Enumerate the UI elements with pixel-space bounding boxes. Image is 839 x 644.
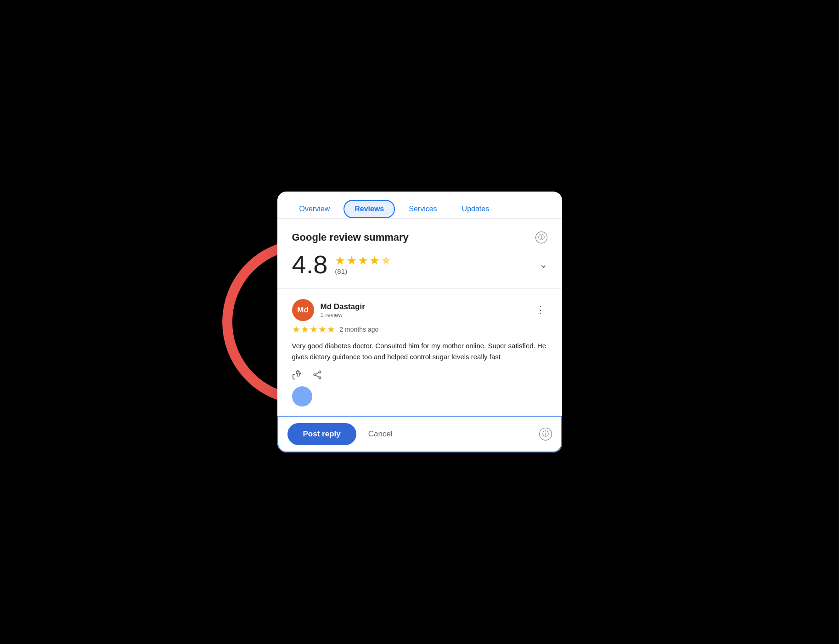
- section-title: Google review summary: [292, 232, 409, 243]
- star-5: ★: [381, 254, 391, 266]
- svg-point-1: [314, 374, 316, 376]
- review-count: (81): [335, 267, 391, 275]
- bottom-info-icon[interactable]: ⓘ: [539, 428, 552, 441]
- svg-point-0: [319, 371, 321, 373]
- post-reply-button[interactable]: Post reply: [287, 423, 356, 445]
- content-area: Google review summary ⓘ 4.8 ★ ★ ★ ★ ★ (8…: [277, 219, 562, 416]
- star-4: ★: [369, 254, 380, 266]
- svg-line-3: [315, 373, 319, 374]
- summary-stars: ★ ★ ★ ★ ★: [335, 254, 391, 266]
- share-button[interactable]: [312, 370, 322, 380]
- rating-stars-count: ★ ★ ★ ★ ★ (81): [335, 254, 391, 275]
- scene: Overview Reviews Services Updates Google…: [259, 143, 580, 501]
- divider: [277, 288, 562, 289]
- reviewer-info: Md Md Dastagir 1 review: [292, 299, 365, 321]
- svg-line-4: [315, 375, 319, 377]
- review-text: Very good diabetes doctor. Consulted him…: [292, 340, 547, 362]
- chevron-down-icon: ⌄: [539, 259, 547, 271]
- rating-number: 4.8: [292, 252, 328, 277]
- thumbs-up-svg: [292, 370, 302, 380]
- cancel-button[interactable]: Cancel: [364, 423, 397, 445]
- review-item: Md Md Dastagir 1 review ⋮ ★ ★ ★: [292, 299, 547, 407]
- share-svg: [312, 370, 322, 380]
- tab-reviews[interactable]: Reviews: [343, 200, 395, 218]
- review-stars: ★ ★ ★ ★ ★: [292, 324, 335, 335]
- expand-button[interactable]: ⌄: [539, 259, 547, 271]
- review-stars-row: ★ ★ ★ ★ ★ 2 months ago: [292, 324, 547, 335]
- star-3: ★: [358, 254, 368, 266]
- star-2: ★: [346, 254, 357, 266]
- star-1: ★: [335, 254, 345, 266]
- review-star-1: ★: [292, 324, 300, 335]
- summary-info-icon[interactable]: ⓘ: [535, 232, 547, 243]
- rating-row: 4.8 ★ ★ ★ ★ ★ (81) ⌄: [292, 252, 547, 277]
- tab-updates[interactable]: Updates: [451, 200, 501, 218]
- bottom-bar: Post reply Cancel ⓘ: [277, 416, 562, 452]
- review-actions: [292, 370, 547, 380]
- avatar: Md: [292, 299, 314, 321]
- tab-bar: Overview Reviews Services Updates: [277, 192, 562, 219]
- thumbs-up-button[interactable]: [292, 370, 302, 380]
- main-card: Overview Reviews Services Updates Google…: [277, 192, 562, 452]
- section-header: Google review summary ⓘ: [292, 232, 547, 243]
- review-star-5: ★: [327, 324, 335, 335]
- svg-point-2: [319, 377, 321, 379]
- vertical-dots-icon: ⋮: [535, 304, 546, 316]
- review-star-3: ★: [310, 324, 318, 335]
- reviewer-row: Md Md Dastagir 1 review ⋮: [292, 299, 547, 321]
- reviewer-meta: 1 review: [321, 311, 365, 318]
- tab-overview[interactable]: Overview: [288, 200, 341, 218]
- review-star-2: ★: [301, 324, 309, 335]
- review-date: 2 months ago: [340, 326, 379, 333]
- reviewer-name: Md Dastagir: [321, 302, 365, 311]
- tab-services[interactable]: Services: [398, 200, 448, 218]
- review-star-4: ★: [318, 324, 327, 335]
- reviewer-details: Md Dastagir 1 review: [321, 302, 365, 318]
- more-options-button[interactable]: ⋮: [534, 304, 547, 316]
- next-reviewer-avatar: [292, 386, 312, 407]
